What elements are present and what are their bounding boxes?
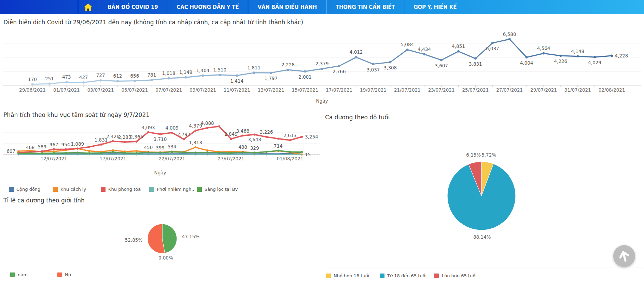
point-label: 15 bbox=[305, 152, 311, 157]
x-tick-label: 07/07/2021 bbox=[155, 87, 182, 93]
legend-item-nữ[interactable]: Nữ bbox=[57, 272, 71, 277]
data-point bbox=[372, 63, 375, 65]
nav-item-2[interactable]: CÁC HƯỚNG DẪN Y TẾ bbox=[167, 0, 248, 14]
data-point bbox=[124, 152, 126, 154]
point-label: 427 bbox=[79, 75, 88, 80]
data-point bbox=[253, 71, 255, 74]
x-tick-label: 03/07/2021 bbox=[87, 87, 114, 93]
point-label: 6,037 bbox=[486, 46, 499, 51]
legend-label: Sàng lọc tại BV bbox=[205, 187, 238, 192]
point-label: 2,001 bbox=[298, 74, 312, 80]
data-point bbox=[147, 151, 149, 154]
legend-label: Phơi nhiễm ngh... bbox=[157, 187, 196, 192]
age-pie-chart[interactable]: 5.72%88.14%6.15% bbox=[423, 150, 550, 251]
pie-percent-label: 52.85% bbox=[125, 237, 143, 243]
data-point bbox=[289, 151, 291, 153]
data-point bbox=[593, 56, 596, 58]
nav-home-button[interactable] bbox=[78, 0, 98, 14]
x-tick-label: 01/07/2021 bbox=[53, 87, 80, 93]
data-point bbox=[301, 136, 303, 138]
point-label: 4,148 bbox=[571, 49, 584, 54]
data-point bbox=[270, 72, 272, 74]
data-point bbox=[508, 38, 511, 40]
legend-item-sàng-lọc-tại-bv[interactable]: Sàng lọc tại BV bbox=[197, 187, 238, 192]
point-label: 4,004 bbox=[520, 60, 533, 66]
data-point bbox=[265, 136, 267, 138]
point-label: 4,228 bbox=[615, 53, 628, 58]
data-point bbox=[474, 57, 477, 60]
nav-item-4[interactable]: THÔNG TIN CẦN BIẾT bbox=[326, 0, 404, 14]
data-point bbox=[321, 68, 323, 70]
point-label: 3,468 bbox=[236, 128, 250, 134]
data-point bbox=[230, 138, 232, 140]
nav-item-5[interactable]: GÓP Ý, HIẾN KẾ bbox=[404, 0, 466, 14]
legend-item-phơi-nhiễm-ngh...[interactable]: Phơi nhiễm ngh... bbox=[149, 187, 196, 192]
point-label: 6,580 bbox=[503, 31, 516, 37]
data-point bbox=[206, 151, 208, 154]
point-label: 534 bbox=[168, 144, 177, 149]
daily-cases-chart-title: Diễn biến dịch Covid từ 29/06/2021 đến n… bbox=[3, 19, 303, 26]
legend-item-từ-18-đến-65-tuổi[interactable]: Từ 18 đến 65 tuổi bbox=[380, 273, 426, 278]
point-label: 4,888 bbox=[201, 120, 214, 126]
point-label: 1,089 bbox=[71, 141, 84, 147]
data-point bbox=[88, 150, 90, 152]
legend-label: Khu cách ly bbox=[60, 187, 86, 192]
point-label: 1,018 bbox=[162, 70, 176, 76]
x-tick-label: 11/07/2021 bbox=[224, 87, 250, 93]
point-label: 3,710 bbox=[154, 136, 167, 142]
point-label: 450 bbox=[144, 145, 153, 150]
point-label: 4,029 bbox=[588, 60, 601, 65]
point-label: 781 bbox=[147, 72, 156, 78]
legend-item-cộng-đồng[interactable]: Cộng đồng bbox=[9, 187, 40, 192]
gender-pie-chart[interactable]: 47.15%0.00%52.85% bbox=[106, 209, 215, 277]
zone-analysis-line-chart[interactable]: 6074503995341,313488329154685899679541,0… bbox=[0, 120, 323, 181]
data-point bbox=[491, 42, 494, 44]
x-tick-label: 19/07/2021 bbox=[360, 87, 387, 93]
data-point bbox=[287, 69, 289, 71]
data-point bbox=[147, 131, 149, 133]
data-point bbox=[53, 148, 55, 150]
data-point bbox=[236, 75, 238, 77]
data-point bbox=[406, 49, 408, 51]
data-point bbox=[301, 151, 303, 153]
data-point bbox=[99, 79, 102, 82]
data-point bbox=[159, 151, 161, 154]
legend-label: Cộng đồng bbox=[16, 187, 40, 192]
x-tick-label: 17/07/2021 bbox=[326, 87, 352, 93]
data-point bbox=[124, 141, 126, 143]
legend-item-nam[interactable]: nam bbox=[10, 272, 28, 277]
legend-swatch bbox=[197, 187, 202, 192]
point-label: 3,607 bbox=[435, 63, 448, 68]
legend-item-khu-cách-ly[interactable]: Khu cách ly bbox=[53, 187, 86, 192]
x-tick-label: 12/07/2021 bbox=[41, 156, 67, 161]
point-label: 4,009 bbox=[165, 125, 179, 131]
data-point bbox=[41, 152, 43, 154]
legend-label: Nữ bbox=[65, 272, 71, 277]
daily-cases-line-chart[interactable]: 1702514734277276126567811,0181,1491,4041… bbox=[0, 27, 644, 106]
nav-items: BẢN ĐỒ COVID 19CÁC HƯỚNG DẪN Y TẾVĂN BẢN… bbox=[98, 0, 466, 14]
legend-item-lớn-hơn-65-tuổi[interactable]: Lớn hơn 65 tuổi bbox=[434, 273, 477, 278]
point-label: 1,414 bbox=[230, 78, 243, 84]
x-tick-label: 25/07/2021 bbox=[462, 87, 489, 93]
point-label: 727 bbox=[96, 72, 105, 78]
nav-item-1[interactable]: BẢN ĐỒ COVID 19 bbox=[98, 0, 167, 14]
point-label: 2,849 bbox=[224, 131, 238, 137]
x-tick-label: 01/08/2021 bbox=[277, 156, 303, 161]
legend-item-nhỏ-hơn-18-tuổi[interactable]: Nhỏ hơn 18 tuổi bbox=[326, 273, 369, 278]
x-tick-label: 15/07/2021 bbox=[292, 87, 318, 93]
data-point bbox=[88, 146, 90, 148]
data-point bbox=[76, 151, 79, 154]
zone-analysis-chart-title: Phân tích theo khu vực tầm soát từ ngày … bbox=[3, 111, 150, 118]
x-tick-label: 23/07/2021 bbox=[428, 87, 455, 93]
x-tick-label: 17/07/2021 bbox=[100, 156, 126, 161]
nav-item-3[interactable]: VĂN BẢN ĐIỀU HÀNH bbox=[248, 0, 326, 14]
point-label: 2,228 bbox=[281, 62, 295, 67]
x-tick-label: 27/07/2021 bbox=[218, 156, 244, 161]
x-tick-label: 02/08/2021 bbox=[599, 87, 625, 93]
point-label: 2,797 bbox=[177, 132, 191, 137]
legend-item-khu-phong-tỏa[interactable]: Khu phong tỏa bbox=[101, 187, 141, 192]
x-tick-label: 27/07/2021 bbox=[496, 87, 523, 93]
scroll-to-top-button[interactable] bbox=[613, 245, 635, 267]
point-label: 967 bbox=[50, 142, 58, 147]
x-tick-label: 05/07/2021 bbox=[121, 87, 148, 93]
